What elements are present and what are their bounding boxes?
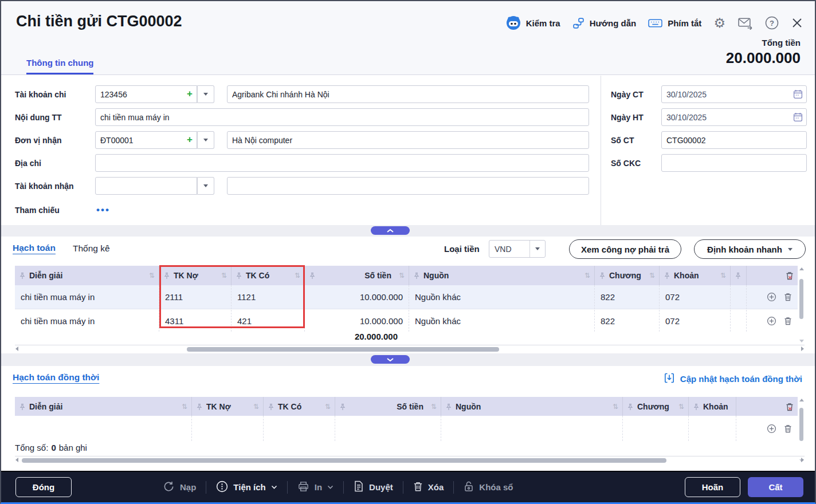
- delete-all-icon[interactable]: ✕: [786, 403, 794, 411]
- cell-desc[interactable]: chi tiền mua máy in: [15, 285, 159, 309]
- delete-all-icon[interactable]: ✕: [786, 271, 794, 280]
- calendar-icon[interactable]: [793, 89, 803, 101]
- cell-credit[interactable]: 1121: [232, 285, 305, 309]
- col-header-source[interactable]: Nguồn ⇅: [409, 266, 595, 285]
- col-header-pin[interactable]: [731, 266, 747, 285]
- cell-source[interactable]: Nguồn khác: [409, 310, 595, 332]
- delete-button[interactable]: Xóa: [413, 481, 444, 494]
- scroll-right-icon[interactable]: [801, 458, 804, 462]
- reload-button[interactable]: Nạp: [163, 481, 196, 494]
- receive-account-dropdown[interactable]: [197, 177, 214, 195]
- pay-account-code-input[interactable]: [95, 85, 197, 103]
- cell-amount[interactable]: 10.000.000: [305, 285, 409, 309]
- add-row-icon[interactable]: [767, 292, 776, 302]
- cell-desc[interactable]: chi tiền mua máy in: [15, 310, 159, 332]
- cell-credit[interactable]: 421: [232, 310, 305, 332]
- update-simultaneous-link[interactable]: Cập nhật hạch toán đồng thời: [664, 372, 802, 385]
- cell-debit[interactable]: 4311: [159, 310, 232, 332]
- col-header-credit[interactable]: TK Có ⇅: [264, 397, 335, 416]
- delete-row-icon[interactable]: [784, 293, 792, 301]
- cell-chapter[interactable]: [623, 416, 689, 441]
- accounting-horizontal-scrollbar[interactable]: [15, 345, 805, 352]
- cell-credit[interactable]: [264, 416, 335, 441]
- col-header-chapter[interactable]: Chương ⇅: [623, 397, 689, 416]
- cell-item[interactable]: 072: [660, 285, 731, 309]
- simultaneous-title-link[interactable]: Hạch toán đồng thời: [13, 372, 99, 383]
- cell-source[interactable]: Nguồn khác: [409, 285, 595, 309]
- col-header-desc[interactable]: Diễn giải ⇅: [15, 266, 159, 285]
- address-input[interactable]: [95, 154, 589, 172]
- close-button[interactable]: Đóng: [15, 477, 72, 497]
- cell-debit[interactable]: [192, 416, 264, 441]
- delete-row-icon[interactable]: [784, 317, 792, 325]
- col-header-credit[interactable]: TK Có ⇅: [232, 266, 305, 285]
- col-header-amount[interactable]: Số tiền ⇅: [335, 397, 441, 416]
- close-icon[interactable]: [791, 17, 803, 29]
- col-header-debit[interactable]: TK Nợ ⇅: [192, 397, 264, 416]
- pay-account-dropdown[interactable]: [197, 85, 214, 103]
- cell-desc[interactable]: [15, 416, 192, 441]
- col-header-amount[interactable]: Số tiền ⇅: [305, 266, 409, 285]
- settings-gear-icon[interactable]: ⚙: [713, 17, 725, 30]
- doc-date-input[interactable]: [661, 85, 807, 103]
- accounting-vertical-scrollbar[interactable]: [799, 266, 805, 344]
- receiver-name-input[interactable]: [227, 131, 589, 149]
- collapse-down-button[interactable]: [371, 355, 410, 364]
- doc-no-input[interactable]: [661, 131, 807, 149]
- receive-account-code-input[interactable]: [95, 177, 197, 195]
- reference-more-icon[interactable]: •••: [96, 204, 110, 216]
- col-header-debit[interactable]: TK Nợ ⇅: [159, 266, 232, 285]
- col-header-item[interactable]: Khoản ⇅: [660, 266, 731, 285]
- send-mail-icon[interactable]: [737, 17, 753, 30]
- scroll-up-icon[interactable]: [799, 267, 804, 270]
- approve-button[interactable]: Duyệt: [354, 481, 393, 494]
- shortcut-button[interactable]: Phím tắt: [648, 18, 701, 29]
- lock-button[interactable]: Khóa sổ: [464, 481, 513, 494]
- cell-item[interactable]: [689, 416, 736, 441]
- add-row-icon[interactable]: [767, 424, 776, 434]
- calendar-icon[interactable]: [793, 112, 803, 124]
- ckc-no-input[interactable]: [661, 154, 807, 172]
- add-row-icon[interactable]: [767, 316, 776, 326]
- cell-source[interactable]: [441, 416, 623, 441]
- add-icon[interactable]: +: [187, 88, 193, 100]
- scroll-thumb[interactable]: [799, 279, 803, 319]
- col-header-source[interactable]: Nguồn ⇅: [441, 397, 623, 416]
- col-header-chapter[interactable]: Chương ⇅: [595, 266, 660, 285]
- col-header-item[interactable]: Khoản: [689, 397, 736, 416]
- cell-amount[interactable]: 10.000.000: [305, 310, 409, 332]
- pay-account-name-input[interactable]: [227, 85, 589, 103]
- receiver-dropdown[interactable]: [197, 131, 214, 149]
- scroll-left-icon[interactable]: [15, 346, 18, 351]
- cell-amount[interactable]: [335, 416, 441, 441]
- scroll-thumb[interactable]: [22, 458, 666, 463]
- check-button[interactable]: Kiểm tra: [506, 15, 560, 30]
- cell-chapter[interactable]: 822: [595, 310, 660, 332]
- view-payable-button[interactable]: Xem công nợ phải trả: [569, 239, 681, 259]
- cell-debit[interactable]: 2111: [159, 285, 232, 309]
- simultaneous-vertical-scrollbar[interactable]: [799, 397, 805, 463]
- payment-content-input[interactable]: [95, 108, 589, 126]
- tab-statistics[interactable]: Thống kê: [73, 243, 110, 254]
- col-header-desc[interactable]: Diễn giải ⇅: [15, 397, 192, 416]
- save-button[interactable]: Cất: [748, 477, 803, 497]
- cell-chapter[interactable]: 822: [595, 285, 660, 309]
- utilities-button[interactable]: Tiện ích: [216, 481, 277, 494]
- currency-select[interactable]: VND: [489, 240, 546, 258]
- add-icon[interactable]: +: [187, 134, 193, 145]
- postpone-button[interactable]: Hoãn: [685, 477, 740, 497]
- tab-general-info[interactable]: Thông tin chung: [26, 58, 93, 74]
- scroll-thumb[interactable]: [799, 408, 803, 441]
- cell-item[interactable]: 072: [660, 310, 731, 332]
- scroll-down-icon[interactable]: [799, 340, 804, 342]
- delete-row-icon[interactable]: [784, 424, 792, 433]
- scroll-up-icon[interactable]: [799, 399, 804, 401]
- collapse-up-button[interactable]: [371, 226, 410, 235]
- help-icon[interactable]: ?: [765, 16, 779, 30]
- receiver-code-input[interactable]: [95, 131, 197, 149]
- post-date-input[interactable]: [661, 108, 807, 126]
- quick-entry-button[interactable]: Định khoản nhanh: [694, 239, 806, 259]
- receive-account-name-input[interactable]: [227, 177, 589, 195]
- simultaneous-horizontal-scrollbar[interactable]: [15, 456, 805, 463]
- scroll-left-icon[interactable]: [15, 458, 18, 462]
